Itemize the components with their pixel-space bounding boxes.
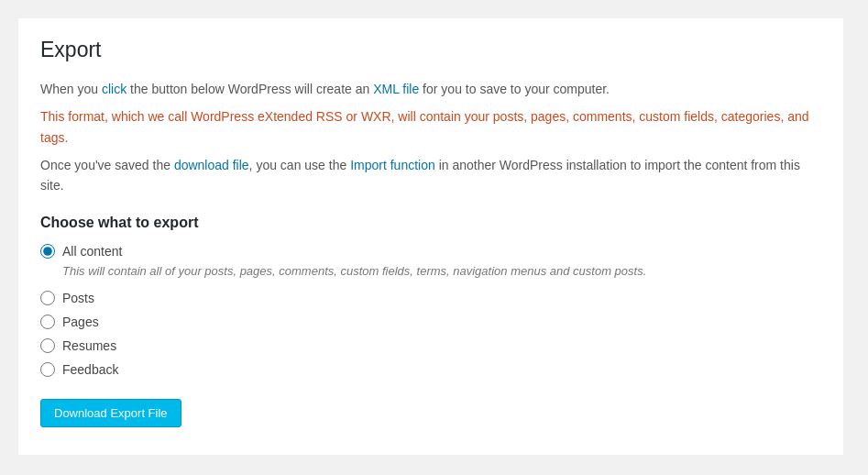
radio-option-posts[interactable]: Posts <box>40 291 821 305</box>
intro-before: When you <box>40 82 102 96</box>
page-title: Export <box>40 37 821 64</box>
radio-all-content[interactable] <box>40 244 55 259</box>
radio-resumes[interactable] <box>40 338 55 353</box>
radio-posts[interactable] <box>40 291 55 305</box>
intro-middle: the button below WordPress will create a… <box>126 82 373 96</box>
label-feedback[interactable]: Feedback <box>62 362 118 377</box>
import-before: Once you've saved the <box>40 158 174 172</box>
import-function-link[interactable]: Import function <box>350 158 435 172</box>
intro-after: for you to save to your computer. <box>419 82 610 96</box>
label-pages[interactable]: Pages <box>62 315 99 329</box>
intro-line1: When you click the button below WordPres… <box>40 79 821 99</box>
label-all-content[interactable]: All content <box>62 244 122 259</box>
format-text: This format, which we call WordPress eXt… <box>40 106 821 148</box>
radio-option-all-content[interactable]: All content <box>40 244 821 259</box>
radio-option-feedback[interactable]: Feedback <box>40 362 821 377</box>
radio-option-resumes[interactable]: Resumes <box>40 338 821 353</box>
label-posts[interactable]: Posts <box>62 291 94 305</box>
label-resumes[interactable]: Resumes <box>62 338 116 353</box>
radio-feedback[interactable] <box>40 362 55 377</box>
xml-file-link[interactable]: XML file <box>373 82 419 96</box>
download-export-file-button[interactable]: Download Export File <box>40 399 181 427</box>
page-wrapper: Export When you click the button below W… <box>0 0 868 475</box>
content-area: Export When you click the button below W… <box>18 18 843 455</box>
radio-option-pages[interactable]: Pages <box>40 315 821 329</box>
download-file-link[interactable]: download file <box>174 158 249 172</box>
export-options-group: All content This will contain all of you… <box>40 244 821 378</box>
import-middle: , you can use the <box>249 158 351 172</box>
all-content-description: This will contain all of your posts, pag… <box>62 262 821 281</box>
radio-pages[interactable] <box>40 315 55 329</box>
click-link[interactable]: click <box>102 82 126 96</box>
import-text: Once you've saved the download file, you… <box>40 155 821 196</box>
section-title: Choose what to export <box>40 215 821 231</box>
